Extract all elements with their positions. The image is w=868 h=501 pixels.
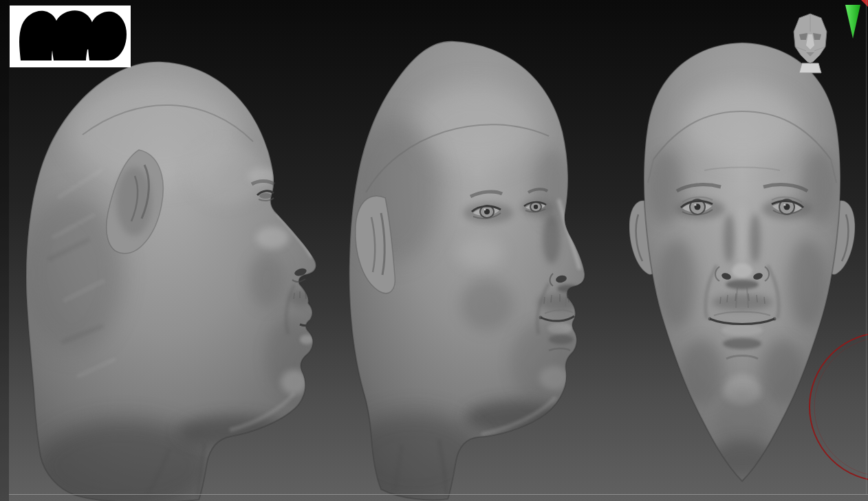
green-axis-cone-icon[interactable]	[845, 4, 861, 40]
head-sculpt-three-quarter-view[interactable]	[318, 33, 618, 501]
head-sculpt-profile-view[interactable]	[0, 54, 330, 501]
canvas-frame-bottom-line	[9, 494, 868, 495]
brush-cursor-circle	[785, 316, 868, 501]
red-axis-marker-icon[interactable]	[860, 0, 868, 8]
canvas-frame-right-line	[866, 0, 867, 495]
sculpt-viewport[interactable]	[0, 0, 868, 501]
three-head-silhouettes-icon	[10, 5, 131, 67]
head-silhouette-front	[88, 12, 127, 60]
canvas-left-margin	[0, 0, 9, 501]
orientation-gizmo[interactable]	[790, 11, 868, 76]
low-poly-head-icon[interactable]	[790, 11, 831, 74]
document-preview-thumbnail	[10, 5, 131, 67]
